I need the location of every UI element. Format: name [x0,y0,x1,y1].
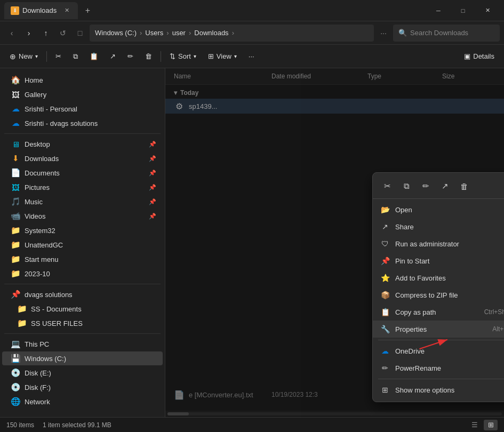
sidebar-item-srishti-dvags[interactable]: ☁ Srishti - dvags solutions [2,116,163,130]
search-box[interactable]: 🔍 Search Downloads [393,25,500,42]
desktop-pin-icon: 📌 [149,141,156,148]
details-button[interactable]: ▣ Details [459,49,500,65]
back-button[interactable]: ‹ [4,26,19,41]
more-toolbar-button[interactable]: ··· [243,49,260,65]
sidebar-2023-10-label: 2023-10 [25,270,50,278]
sidebar-item-disk-e[interactable]: 💿 Disk (E:) [2,366,163,380]
new-button[interactable]: ⊕ New ▾ [4,49,43,65]
sidebar-network-label: Network [25,398,50,406]
sidebar-item-music[interactable]: 🎵 Music 📌 [2,195,163,209]
sidebar-item-pictures[interactable]: 🖼 Pictures 📌 [2,180,163,194]
toolbar-separator-2 [161,51,161,62]
onedrive-personal-icon: ☁ [11,104,20,114]
sidebar-item-home[interactable]: 🏠 Home [2,73,163,87]
ctx-copy-path-label: Copy as path [395,308,436,316]
sidebar-item-downloads[interactable]: ⬇ Downloads 📌 [2,151,163,165]
sidebar-item-unattendgc[interactable]: 📁 UnattendGC [2,238,163,252]
up-button[interactable]: ↑ [38,26,53,41]
sidebar-item-gallery[interactable]: 🖼 Gallery [2,87,163,101]
ctx-copy-button[interactable]: ⧉ [397,178,415,194]
shield-icon: 🛡 [380,239,390,249]
ctx-share-item[interactable]: ↗ Share [373,218,504,235]
breadcrumb-user[interactable]: user [172,29,186,37]
music-icon: 🎵 [11,197,20,206]
sort-button[interactable]: ⇅ Sort ▾ [164,49,202,65]
star-icon: ⭐ [380,273,390,283]
sidebar-item-system32[interactable]: 📁 System32 [2,223,163,237]
more-nav-button[interactable]: ··· [376,26,391,41]
sidebar-item-disk-f[interactable]: 💿 Disk (F:) [2,380,163,394]
ctx-open-item[interactable]: 📂 Open Enter [373,201,504,218]
downloads-tab[interactable]: ⬇ Downloads ✕ [4,2,78,19]
view-button[interactable]: ⊞ View ▾ [203,49,242,65]
ctx-pin-start-item[interactable]: 📌 Pin to Start [373,252,504,269]
delete-button[interactable]: 🗑 [140,49,157,65]
ctx-properties-label: Properties [395,325,427,333]
rename-button[interactable]: ✏ [122,49,139,65]
open-icon: 📂 [380,205,390,214]
ctx-add-favorites-label: Add to Favorites [395,274,446,282]
ctx-cut-button[interactable]: ✂ [378,178,396,194]
view-dropdown-icon: ▾ [234,53,237,59]
list-view-toggle[interactable]: ☰ [468,420,482,430]
sidebar-item-windows-c[interactable]: 💾 Windows (C:) [2,351,163,365]
details-icon: ▣ [464,52,470,60]
grid-view-toggle[interactable]: ⊞ [484,420,498,430]
forward-button[interactable]: › [21,26,36,41]
ctx-share-button[interactable]: ↗ [436,178,454,194]
expand-button[interactable]: □ [73,26,87,41]
sidebar-item-ss-user-files[interactable]: 📁 SS USER FILES [2,316,163,330]
share-button[interactable]: ↗ [105,49,121,65]
breadcrumb-downloads[interactable]: Downloads [194,29,228,37]
unattendgc-icon: 📁 [11,240,20,250]
ctx-share-label: Share [395,223,414,231]
sidebar-item-2023-10[interactable]: 📁 2023-10 [2,267,163,281]
sidebar-unattendgc-label: UnattendGC [25,241,63,249]
ctx-run-admin-item[interactable]: 🛡 Run as administrator [373,235,504,252]
breadcrumb-windows-c[interactable]: Windows (C:) [95,29,137,37]
sidebar-disk-e-label: Disk (E:) [25,369,51,377]
ctx-copy-path-item[interactable]: 📋 Copy as path Ctrl+Shift+C [373,303,504,321]
sidebar-this-pc-label: This PC [25,340,49,348]
sidebar-srishti-personal-label: Srishti - Personal [25,105,77,113]
svg-line-1 [419,340,447,349]
sidebar-item-dvags-solutions[interactable]: 📌 dvags solutions [2,287,163,301]
sidebar-item-network[interactable]: 🌐 Network [2,395,163,409]
ctx-more-options-item[interactable]: ⊞ Show more options [373,381,504,398]
minimize-button[interactable]: ─ [426,2,451,19]
ctx-delete-button[interactable]: 🗑 [455,178,473,194]
copy-path-icon: 📋 [380,307,390,317]
ctx-rename-button[interactable]: ✏ [417,178,435,194]
sidebar-item-desktop[interactable]: 🖥 Desktop 📌 [2,137,163,151]
videos-icon: 📹 [11,211,20,221]
sidebar-item-this-pc[interactable]: 💻 This PC [2,337,163,351]
maximize-button[interactable]: □ [451,2,475,19]
tab-icon: ⬇ [11,6,19,15]
sidebar-item-ss-documents[interactable]: 📁 SS - Documents [2,302,163,316]
new-tab-button[interactable]: + [80,3,95,18]
address-bar[interactable]: Windows (C:) › Users › user › Downloads … [90,25,374,42]
tab-close-button[interactable]: ✕ [62,6,71,15]
breadcrumb-users[interactable]: Users [145,29,163,37]
sidebar-item-srishti-personal[interactable]: ☁ Srishti - Personal [2,102,163,116]
sidebar-item-videos[interactable]: 📹 Videos 📌 [2,209,163,223]
network-icon: 🌐 [11,397,20,406]
cut-button[interactable]: ✂ [50,49,67,65]
ctx-copy-path-shortcut: Ctrl+Shift+C [484,308,504,316]
sidebar-item-start-menu[interactable]: 📁 Start menu [2,252,163,266]
sidebar-documents-label: Documents [25,169,60,177]
view-label: View [217,52,231,60]
context-menu: ✂ ⧉ ✏ ↗ 🗑 📂 Open Enter ↗ Share 🛡 Run as … [372,172,504,402]
sidebar-item-documents[interactable]: 📄 Documents 📌 [2,166,163,180]
sort-dropdown-icon: ▾ [194,53,196,59]
copy-button[interactable]: ⧉ [68,49,83,65]
close-button[interactable]: ✕ [475,2,500,19]
ctx-power-rename-item[interactable]: ✏ PowerRename [373,359,504,377]
refresh-button[interactable]: ↺ [55,26,70,41]
ctx-more-options-label: Show more options [395,386,454,394]
ctx-compress-zip-item[interactable]: 📦 Compress to ZIP file [373,286,504,303]
dvags-solutions-icon: 📌 [11,290,20,299]
ctx-add-favorites-item[interactable]: ⭐ Add to Favorites [373,269,504,286]
paste-button[interactable]: 📋 [84,49,103,65]
sidebar-sep-1 [4,133,161,134]
